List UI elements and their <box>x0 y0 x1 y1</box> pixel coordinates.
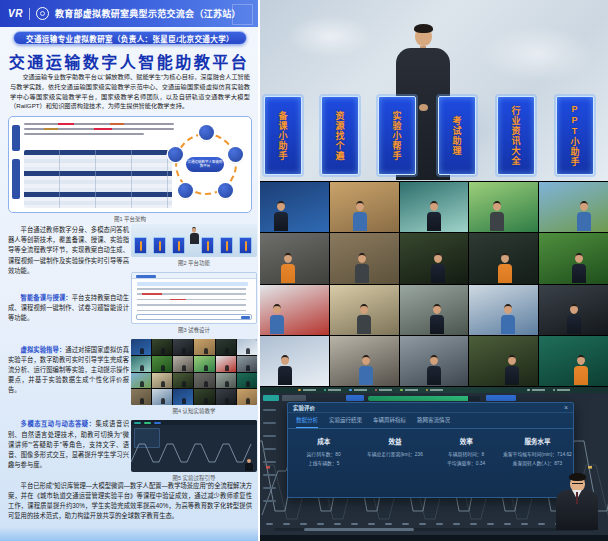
digital-human-mini <box>430 304 444 334</box>
poster-figure-column: 图2 平台功能 图3 试卷设计 图4 认知实验教学 <box>131 224 257 487</box>
dialog-tab[interactable]: 车辆周转指标 <box>373 416 406 428</box>
video-thumbnail <box>400 336 469 386</box>
dialog-stats: 成本运行列车数：80上线车辆数：5效益车辆总走行距离(km)：236效率车辆周转… <box>288 432 573 469</box>
diagram-node <box>218 183 233 198</box>
stat-column: 效率车辆周转时间：8平均满载率：0.34 <box>431 432 502 469</box>
horizontal-scrollbar[interactable] <box>274 528 594 531</box>
mini-photo <box>194 373 214 389</box>
video-thumbnail-grid <box>260 181 608 387</box>
figure-experiment-guide: 图5 实验过程引导 <box>131 420 257 482</box>
station-label <box>263 474 276 476</box>
time-label <box>266 523 273 525</box>
mini-chip <box>154 422 161 424</box>
collage-panel: 备课小助手资源找个遍实验小帮手考试助理行业资讯大全PPT小助手 实验评价 × 数… <box>260 0 608 541</box>
stat-row: 上线车辆数：5 <box>288 459 359 466</box>
diagram-text-line <box>24 133 144 135</box>
dialog-tab[interactable]: 实验运行结果 <box>329 416 362 428</box>
video-thumbnail <box>539 285 608 335</box>
stat-row: 车辆周转时间：8 <box>431 450 502 457</box>
menu-item[interactable] <box>324 389 342 392</box>
menu-item[interactable] <box>426 389 444 392</box>
digital-human-mini <box>490 201 504 231</box>
menu-item[interactable] <box>553 389 571 392</box>
stat-header: 成本 <box>288 436 359 446</box>
experiment-dashboard: 实验评价 × 数据分析实验运行结果车辆周转指标路网客流情况 成本运行列车数：80… <box>260 393 608 535</box>
diagram-hub: 交通运输数字人智能助教平台 <box>186 157 224 172</box>
scrollbar-thumb[interactable] <box>304 528 414 531</box>
mini-photo <box>194 339 214 355</box>
digital-human-mini <box>353 201 367 231</box>
station-label <box>263 461 276 463</box>
video-thumbnail <box>260 233 329 283</box>
mini-card <box>220 237 233 254</box>
station-label <box>263 487 276 489</box>
dialog-tab[interactable]: 数据分析 <box>296 416 318 428</box>
digital-human-mini <box>501 304 515 334</box>
video-thumbnail <box>260 182 329 232</box>
time-label <box>351 523 358 525</box>
poster-title: 交通运输数字人智能助教平台 <box>0 49 258 73</box>
section-lead: 虚拟实验指导： <box>21 346 66 353</box>
mini-photo <box>216 373 236 389</box>
architecture-diagram: 交通运输数字人智能助教平台 <box>8 116 252 213</box>
time-label <box>470 523 477 525</box>
mini-photo <box>152 373 172 389</box>
run-button[interactable] <box>346 395 364 401</box>
diagram-text-line <box>24 123 174 125</box>
mini-photo <box>131 373 151 389</box>
menu-item[interactable] <box>400 389 418 392</box>
figure-platform-functions: 图2 平台功能 <box>131 224 257 267</box>
stat-row: 运行列车数：80 <box>288 450 359 457</box>
mini-photo <box>173 373 193 389</box>
lab-banner: 交通运输专业虚拟教研室（负责人：张星臣/北京交通大学） <box>13 31 247 45</box>
time-label <box>453 523 460 525</box>
poster-collage-page: VR 教育部虚拟教研室典型示范交流会（江苏站） 交通运输专业虚拟教研室（负责人：… <box>0 0 608 541</box>
digital-human-mini <box>572 253 586 283</box>
menu-item[interactable] <box>527 389 545 392</box>
highlighted-line <box>137 282 248 286</box>
digital-human-mini <box>431 253 445 283</box>
save-button[interactable] <box>263 395 279 401</box>
menu-item[interactable] <box>375 389 393 392</box>
video-thumbnail <box>330 285 399 335</box>
station-label <box>263 422 276 424</box>
station-label <box>263 435 276 437</box>
dialog-tab[interactable]: 路网客流情况 <box>417 416 450 428</box>
red-text-line <box>142 293 162 295</box>
mini-photo <box>194 356 214 372</box>
report-button[interactable] <box>486 395 516 401</box>
stat-row: 平均满载率：0.34 <box>431 459 502 466</box>
photo-grid-mini <box>131 339 257 405</box>
mini-chip <box>134 422 141 424</box>
diagram-side-tab <box>12 159 20 199</box>
menu-item[interactable] <box>298 389 316 392</box>
digital-human-mini <box>427 201 441 231</box>
platform-functions-image <box>131 224 257 257</box>
station-label <box>263 409 276 411</box>
figure2-caption: 图2 平台功能 <box>131 259 257 267</box>
video-thumbnail <box>539 336 608 386</box>
assistant-card: 考试助理 <box>438 96 476 175</box>
close-icon[interactable]: × <box>564 404 568 411</box>
video-thumbnail <box>330 233 399 283</box>
mini-card <box>153 237 166 254</box>
mini-card <box>201 237 214 254</box>
mini-photo <box>152 339 172 355</box>
time-label <box>402 523 409 525</box>
digital-human-mini <box>505 355 519 385</box>
mode-button[interactable] <box>282 395 306 401</box>
stat-header: 效率 <box>431 436 502 446</box>
digital-human-mini <box>574 355 588 385</box>
digital-human-mini <box>281 253 295 283</box>
menu-item[interactable] <box>349 389 367 392</box>
red-text-line <box>170 299 186 301</box>
digital-human-mini <box>355 253 369 283</box>
figure-architecture: 交通运输数字人智能助教平台 图1 平台架构 <box>8 116 252 223</box>
chat-tab <box>136 275 156 278</box>
assistant-card: 实验小帮手 <box>378 96 416 175</box>
studio-scene: 备课小助手资源找个遍实验小帮手考试助理行业资讯大全PPT小助手 <box>260 0 608 181</box>
mini-photo <box>237 356 257 372</box>
digital-human-mini <box>278 355 292 385</box>
stat-column: 效益车辆总走行距离(km)：236 <box>359 432 430 469</box>
digital-human-mini <box>270 304 284 334</box>
